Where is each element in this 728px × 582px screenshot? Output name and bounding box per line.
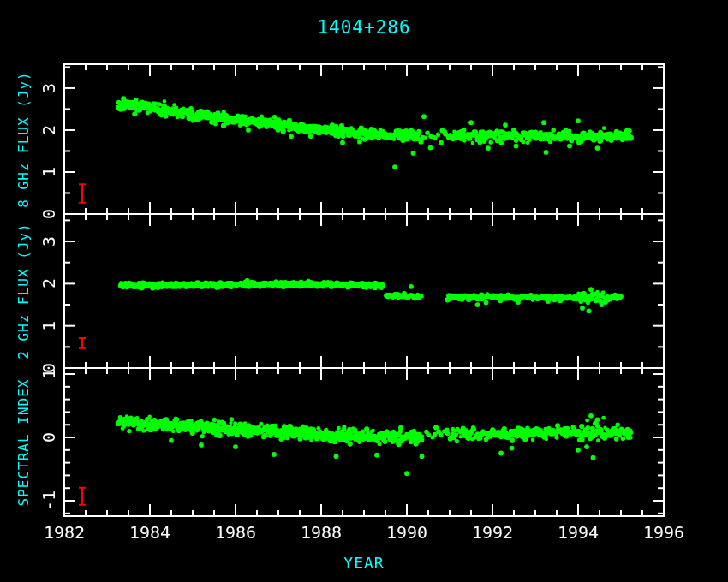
x-tick-label: 1996 xyxy=(643,522,684,543)
x-tick-label: 1994 xyxy=(558,522,599,543)
y-tick-label: 3 xyxy=(39,236,59,246)
x-tick-label: 1992 xyxy=(472,522,513,543)
x-tick-label: 1990 xyxy=(386,522,427,543)
y-axis-title-flux-2ghz: 2 GHz FLUX (Jy) xyxy=(15,223,32,359)
x-tick-label: 1982 xyxy=(44,522,85,543)
x-tick-label: 1984 xyxy=(129,522,170,543)
y-tick-label: 2 xyxy=(39,278,59,288)
y-tick-label: 0 xyxy=(39,432,59,442)
y-axis-title-spectral-index: SPECTRAL INDEX xyxy=(15,378,32,506)
figure-title: 1404+286 xyxy=(0,17,728,38)
y-tick-label: -1 xyxy=(39,490,59,511)
light-curve-figure: 1404+286 YEAR 19821984198619881990199219… xyxy=(0,0,728,582)
x-tick-label: 1986 xyxy=(215,522,256,543)
x-axis-title: YEAR xyxy=(64,554,664,572)
y-tick-label: 0 xyxy=(39,209,59,219)
y-tick-label: 2 xyxy=(39,125,59,135)
plot-canvas xyxy=(0,0,728,582)
y-tick-label: 1 xyxy=(39,369,59,379)
y-tick-label: 1 xyxy=(39,167,59,177)
x-tick-label: 1988 xyxy=(301,522,342,543)
y-axis-title-flux-8ghz: 8 GHz FLUX (Jy) xyxy=(15,71,32,208)
y-tick-label: 1 xyxy=(39,321,59,331)
y-tick-label: 3 xyxy=(39,83,59,93)
